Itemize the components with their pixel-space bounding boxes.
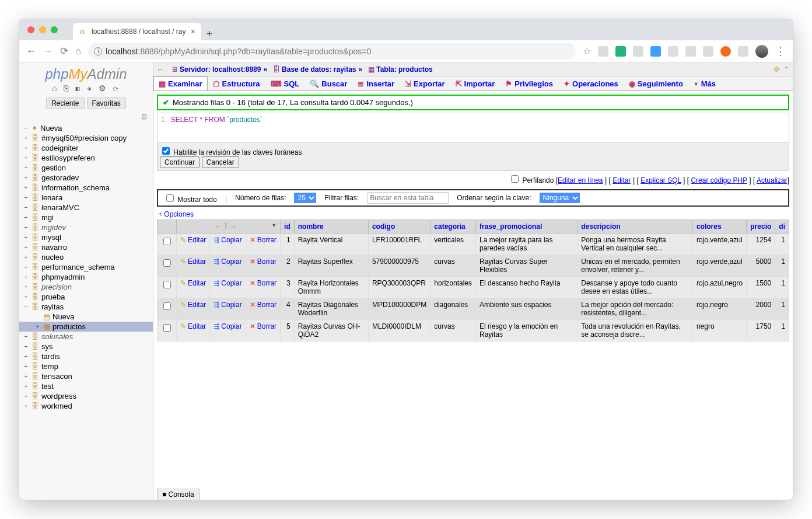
sidebar-item[interactable]: +🗄 codeigniter xyxy=(19,143,153,153)
fk-check-checkbox[interactable] xyxy=(162,147,170,155)
tab-operaciones[interactable]: ✦Operaciones xyxy=(558,76,624,90)
col-precio[interactable]: precio xyxy=(747,220,775,234)
extension-icon[interactable] xyxy=(738,46,748,57)
edit-row-link[interactable]: Editar xyxy=(180,236,206,244)
tab-insertar[interactable]: ≣Insertar xyxy=(352,76,400,90)
sidebar-item[interactable]: +🗄 phpmyadmin xyxy=(19,272,153,282)
edit-row-link[interactable]: Editar xyxy=(180,257,206,266)
edit-row-link[interactable]: Editar xyxy=(180,301,206,309)
sort-select[interactable]: Ninguna xyxy=(540,193,580,203)
col-codigo[interactable]: codigo xyxy=(368,220,430,234)
sidebar-item[interactable]: +🗄 navarro xyxy=(19,242,153,252)
copy-row-link[interactable]: Copiar xyxy=(214,236,242,244)
sidebar-item[interactable]: +🗄 tardis xyxy=(19,351,153,361)
col-descripcion[interactable]: descripcion xyxy=(578,220,693,234)
maximize-window-icon[interactable] xyxy=(51,26,58,33)
extension-icon[interactable] xyxy=(615,46,626,57)
new-tab-button[interactable]: + xyxy=(201,28,218,40)
site-info-icon[interactable]: i xyxy=(94,47,102,55)
sidebar-item[interactable]: +🗄 gestoradev xyxy=(19,173,153,183)
sidebar-item[interactable]: +🗄 prueba xyxy=(19,292,153,302)
sidebar-item[interactable]: +🗄 precision xyxy=(19,282,153,292)
sidebar-item[interactable]: +🗄 sys xyxy=(19,342,153,351)
sidebar-item[interactable]: +🗄 mgi xyxy=(19,213,153,222)
sidebar-item[interactable]: +🗄 solusales xyxy=(19,332,153,342)
extension-icon[interactable] xyxy=(633,46,643,57)
browser-tab[interactable]: ⛭ localhost:8888 / localhost / ray × xyxy=(73,23,201,40)
copy-row-link[interactable]: Copiar xyxy=(214,279,242,287)
sidebar-item[interactable]: +🗄 lenara xyxy=(19,193,153,203)
tab-privilegios[interactable]: ⚑Privilegios xyxy=(500,76,558,90)
sidebar-item[interactable]: +▦ productos xyxy=(19,322,153,332)
crumb-database[interactable]: Base de datos: rayitas xyxy=(282,65,356,74)
sidebar-item[interactable]: +🗄 wordpress xyxy=(19,391,153,401)
sidebar-item[interactable]: +🗄 mgidev xyxy=(19,222,153,232)
options-toggle[interactable]: + Opciones xyxy=(157,209,789,220)
fk-check-label[interactable]: Habilite la revisión de las claves forán… xyxy=(160,148,302,156)
edit-row-link[interactable]: Editar xyxy=(180,279,206,287)
sidebar-item[interactable]: +🗄 test xyxy=(19,381,153,391)
sidebar-item[interactable]: −🗄 rayitas xyxy=(19,302,153,312)
copy-row-link[interactable]: Copiar xyxy=(214,322,242,330)
tab-mas[interactable]: ▼ Más xyxy=(688,76,721,90)
extension-icon[interactable] xyxy=(598,46,608,57)
copy-row-link[interactable]: Copiar xyxy=(214,257,242,266)
extension-icon[interactable] xyxy=(720,46,731,57)
col-colores[interactable]: colores xyxy=(692,220,746,234)
explain-sql-link[interactable]: Explicar SQL xyxy=(640,176,681,184)
collapse-sidebar-icon[interactable]: ← xyxy=(157,65,164,74)
row-checkbox[interactable] xyxy=(163,238,171,245)
home-button[interactable]: ⌂ xyxy=(75,46,81,57)
tab-sql[interactable]: ⌨SQL xyxy=(265,76,305,90)
forward-button[interactable]: → xyxy=(43,46,53,57)
tab-exportar[interactable]: ⇲Exportar xyxy=(400,76,450,90)
continuar-button[interactable]: Continuar xyxy=(160,156,200,168)
sidebar-item[interactable]: +🗄 nucleo xyxy=(19,252,153,262)
copy-row-link[interactable]: Copiar xyxy=(214,301,242,309)
chevron-down-icon[interactable]: ▼ xyxy=(271,222,276,228)
col-categoria[interactable]: categoria xyxy=(430,220,476,234)
tab-estructura[interactable]: ☖Estructura xyxy=(208,76,265,90)
back-button[interactable]: ← xyxy=(26,46,36,57)
collapse-panel-icon[interactable]: ⌃ xyxy=(783,65,789,74)
url-bar[interactable]: i localhost:8888/phpMyAdmin/sql.php?db=r… xyxy=(88,43,576,60)
delete-row-link[interactable]: Borrar xyxy=(250,301,276,309)
extension-icon[interactable] xyxy=(668,46,678,57)
profile-avatar[interactable] xyxy=(755,45,768,58)
recent-tab[interactable]: Reciente xyxy=(46,97,84,109)
row-count-select[interactable]: 25 xyxy=(294,193,316,203)
sidebar-item[interactable]: −✦ Nueva xyxy=(19,123,153,133)
sidebar-item[interactable]: +🗄 gestion xyxy=(19,163,153,173)
console-tab[interactable]: ■ Consola xyxy=(157,489,200,500)
extension-icon[interactable] xyxy=(650,46,661,57)
crumb-table[interactable]: Tabla: productos xyxy=(376,65,432,74)
row-checkbox[interactable] xyxy=(163,259,171,267)
sidebar-item[interactable]: +🗄 lenaraMVC xyxy=(19,203,153,213)
extension-icon[interactable] xyxy=(685,46,696,57)
col-id[interactable]: id xyxy=(281,220,295,234)
edit-link[interactable]: Editar xyxy=(612,176,631,184)
row-checkbox[interactable] xyxy=(163,324,171,332)
delete-row-link[interactable]: Borrar xyxy=(250,279,276,287)
edit-row-link[interactable]: Editar xyxy=(180,322,206,330)
cancelar-button[interactable]: Cancelar xyxy=(202,156,239,168)
tab-buscar[interactable]: 🔍Buscar xyxy=(304,76,352,90)
col-frase[interactable]: frase_promocional xyxy=(476,220,578,234)
settings-icon[interactable]: ⚙ xyxy=(774,65,780,74)
reload-button[interactable]: ⟳ xyxy=(60,45,68,57)
favorites-tab[interactable]: Favoritas xyxy=(87,97,126,109)
menu-icon[interactable]: ⋮ xyxy=(775,45,786,58)
sort-arrows-icon[interactable]: ← T → xyxy=(215,222,237,231)
sidebar-item[interactable]: +🗄 estilosypreferen xyxy=(19,153,153,163)
create-php-link[interactable]: Crear código PHP xyxy=(691,176,747,184)
row-checkbox[interactable] xyxy=(163,281,171,288)
pma-quick-icons[interactable]: ⌂ ⎘ ◧ ◈ ⚙ ⟳ xyxy=(19,83,153,95)
filter-input[interactable] xyxy=(367,192,449,204)
sidebar-item[interactable]: +🗄 mysql xyxy=(19,232,153,242)
tab-seguimiento[interactable]: ◉Seguimiento xyxy=(624,76,688,90)
col-di[interactable]: di xyxy=(775,220,789,234)
row-checkbox[interactable] xyxy=(163,302,171,310)
delete-row-link[interactable]: Borrar xyxy=(250,322,276,330)
extension-icon[interactable] xyxy=(703,46,713,57)
refresh-link[interactable]: Actualizar xyxy=(757,176,788,184)
